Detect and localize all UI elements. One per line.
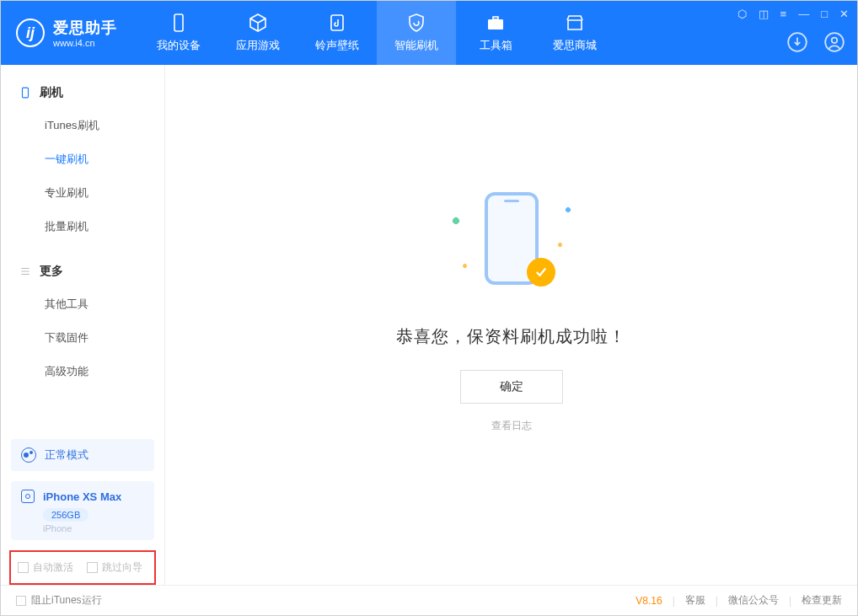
device-icon <box>21 490 35 503</box>
tab-my-device[interactable]: 我的设备 <box>139 1 218 65</box>
checkbox-skip-guide[interactable]: 跳过向导 <box>87 560 142 575</box>
tab-label: 智能刷机 <box>394 38 438 53</box>
app-name: 爱思助手 <box>53 18 117 38</box>
sidebar-item-advanced[interactable]: 高级功能 <box>1 355 164 388</box>
checkbox-label: 阻止iTunes运行 <box>31 593 102 608</box>
checkbox-auto-activate[interactable]: 自动激活 <box>18 560 73 575</box>
status-bar: 阻止iTunes运行 V8.16 | 客服 | 微信公众号 | 检查更新 <box>1 585 857 615</box>
version-label: V8.16 <box>635 595 662 607</box>
sidebar-item-itunes-flash[interactable]: iTunes刷机 <box>1 109 164 142</box>
cube-icon <box>248 13 268 33</box>
check-badge-icon <box>527 258 555 287</box>
svg-point-5 <box>825 33 844 51</box>
music-file-icon <box>327 13 347 33</box>
link-wechat[interactable]: 微信公众号 <box>728 593 779 608</box>
mode-indicator[interactable]: 正常模式 <box>11 439 154 471</box>
download-icon[interactable] <box>786 31 808 53</box>
mode-icon <box>21 447 36 463</box>
link-check-update[interactable]: 检查更新 <box>802 593 842 608</box>
options-row: 自动激活 跳过向导 <box>9 550 156 585</box>
device-name: iPhone XS Max <box>43 490 121 503</box>
svg-rect-7 <box>23 88 29 98</box>
shirt-icon[interactable]: ⬡ <box>737 8 747 20</box>
main-content: 恭喜您，保资料刷机成功啦！ 确定 查看日志 <box>165 65 857 585</box>
tab-ringtone-wallpaper[interactable]: 铃声壁纸 <box>298 1 377 65</box>
layout-icon[interactable]: ◫ <box>759 8 769 20</box>
svg-rect-1 <box>331 15 343 30</box>
sidebar-item-oneclick-flash[interactable]: 一键刷机 <box>1 142 164 176</box>
logo: ij 爱思助手 www.i4.cn <box>1 18 132 48</box>
checkbox-label: 自动激活 <box>33 560 73 575</box>
close-button[interactable]: ✕ <box>839 8 849 20</box>
maximize-button[interactable]: □ <box>821 8 828 20</box>
group-title: 更多 <box>40 264 63 279</box>
tab-label: 我的设备 <box>157 38 201 53</box>
tab-label: 应用游戏 <box>236 38 280 53</box>
user-icon[interactable] <box>823 31 845 53</box>
success-illustration <box>453 184 571 302</box>
phone-icon <box>19 87 31 99</box>
header-right-icons <box>786 31 845 53</box>
svg-rect-3 <box>493 17 498 19</box>
window-controls: ⬡ ◫ ≡ — □ ✕ <box>737 8 849 20</box>
sidebar-item-download-firmware[interactable]: 下载固件 <box>1 321 164 355</box>
success-message: 恭喜您，保资料刷机成功啦！ <box>396 325 626 348</box>
device-icon <box>169 13 189 33</box>
shield-refresh-icon <box>406 13 426 33</box>
menu-icon[interactable]: ≡ <box>780 8 787 20</box>
store-icon <box>565 13 585 33</box>
tab-label: 爱思商城 <box>553 38 597 53</box>
sidebar-group-more[interactable]: 更多 <box>1 255 164 287</box>
checkbox-label: 跳过向导 <box>102 560 142 575</box>
sidebar-group-flash[interactable]: 刷机 <box>1 77 164 109</box>
svg-rect-2 <box>488 19 503 29</box>
checkbox-block-itunes[interactable]: 阻止iTunes运行 <box>16 593 102 608</box>
tab-apps-games[interactable]: 应用游戏 <box>218 1 298 65</box>
list-icon <box>19 265 31 277</box>
group-title: 刷机 <box>40 85 63 100</box>
tab-label: 工具箱 <box>480 38 512 53</box>
tab-toolbox[interactable]: 工具箱 <box>456 1 535 65</box>
device-card[interactable]: iPhone XS Max 256GB iPhone <box>11 481 154 540</box>
mode-label: 正常模式 <box>45 447 88 463</box>
minimize-button[interactable]: — <box>798 8 809 20</box>
app-url: www.i4.cn <box>53 38 117 48</box>
briefcase-icon <box>485 13 506 33</box>
logo-icon: ij <box>16 19 45 47</box>
device-capacity: 256GB <box>43 508 88 522</box>
app-header: ij 爱思助手 www.i4.cn 我的设备 应用游戏 铃声壁纸 智能刷机 工具… <box>1 1 857 65</box>
sidebar: 刷机 iTunes刷机 一键刷机 专业刷机 批量刷机 更多 其他工具 下载固件 … <box>1 65 165 585</box>
sidebar-item-pro-flash[interactable]: 专业刷机 <box>1 176 164 210</box>
ok-button[interactable]: 确定 <box>460 370 563 404</box>
view-log-link[interactable]: 查看日志 <box>491 419 532 433</box>
svg-rect-0 <box>174 14 183 31</box>
tab-label: 铃声壁纸 <box>315 38 359 53</box>
sidebar-item-other-tools[interactable]: 其他工具 <box>1 287 164 321</box>
tab-store[interactable]: 爱思商城 <box>535 1 614 65</box>
device-type: iPhone <box>43 523 72 533</box>
main-tabs: 我的设备 应用游戏 铃声壁纸 智能刷机 工具箱 爱思商城 <box>139 1 614 65</box>
svg-point-6 <box>832 38 838 44</box>
sidebar-item-batch-flash[interactable]: 批量刷机 <box>1 210 164 244</box>
link-support[interactable]: 客服 <box>685 593 705 608</box>
tab-smart-flash[interactable]: 智能刷机 <box>377 1 456 65</box>
